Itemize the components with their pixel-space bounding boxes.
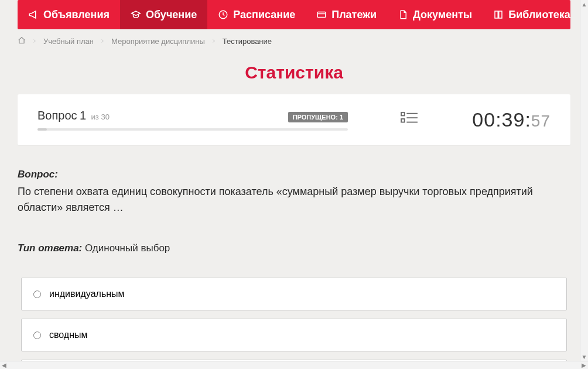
vertical-scrollbar[interactable]: ▲ ▼ — [580, 0, 588, 361]
scroll-down-icon[interactable]: ▼ — [580, 353, 589, 361]
question-label: Вопрос: — [18, 169, 570, 180]
progress-bar — [37, 128, 348, 131]
page-title: Статистика — [0, 63, 588, 83]
card-icon — [316, 9, 327, 20]
answer-type-label: Тип ответа: — [18, 242, 82, 254]
megaphone-icon — [28, 9, 39, 20]
clock-icon — [218, 9, 228, 20]
svg-rect-1 — [317, 12, 326, 18]
chevron-right-icon — [100, 37, 105, 46]
answer-type-value: Одиночный выбор — [85, 242, 170, 254]
nav-education[interactable]: Обучение — [120, 0, 207, 29]
timer-seconds: 57 — [531, 112, 551, 131]
question-body: Вопрос: По степени охвата единиц совокуп… — [18, 169, 570, 254]
scroll-left-icon[interactable]: ◀ — [0, 361, 8, 370]
total-prefix: из — [91, 112, 99, 121]
progress-fill — [37, 128, 47, 131]
nav-label: Платежи — [331, 9, 377, 21]
nav-schedule[interactable]: Расписание — [207, 0, 306, 29]
nav-label: Документы — [413, 9, 472, 21]
chevron-right-icon — [32, 37, 37, 46]
breadcrumb: Учебный план Мероприятие дисциплины Тест… — [18, 36, 570, 46]
answer-text: индивидуальным — [49, 289, 125, 299]
graduation-icon — [131, 9, 141, 20]
timer-main: 00:39: — [472, 108, 531, 131]
answer-option[interactable]: сводным — [21, 319, 567, 351]
nav-label: Объявления — [43, 9, 110, 21]
nav-announcements[interactable]: Объявления — [18, 0, 120, 29]
nav-label: Библиотека — [508, 9, 570, 21]
answer-list: индивидуальным сводным — [21, 278, 567, 362]
question-total: 30 — [101, 112, 109, 121]
main-nav: Объявления Обучение Расписание Платежи Д… — [18, 0, 570, 29]
scroll-up-icon[interactable]: ▲ — [580, 0, 589, 8]
skipped-badge: ПРОПУЩЕНО: 1 — [288, 112, 348, 122]
radio-icon — [33, 332, 41, 339]
timer: 00:39:57 — [472, 108, 551, 131]
breadcrumb-link[interactable]: Учебный план — [43, 37, 94, 46]
question-number: 1 — [80, 109, 86, 122]
radio-icon — [33, 291, 41, 298]
answer-option[interactable]: индивидуальным — [21, 278, 567, 310]
nav-library[interactable]: Библиотека — [483, 0, 588, 29]
breadcrumb-current: Тестирование — [223, 37, 272, 46]
answer-text: сводным — [49, 330, 88, 340]
book-icon — [493, 9, 504, 20]
nav-label: Расписание — [233, 9, 295, 21]
document-icon — [398, 9, 408, 20]
horizontal-scrollbar[interactable]: ◀ ▶ — [0, 361, 588, 369]
question-list-button[interactable] — [401, 111, 418, 129]
home-icon[interactable] — [18, 36, 26, 46]
nav-payments[interactable]: Платежи — [306, 0, 387, 29]
svg-rect-2 — [401, 112, 405, 115]
svg-rect-3 — [401, 119, 405, 122]
question-text: По степени охвата единиц совокупности по… — [18, 184, 570, 216]
breadcrumb-link[interactable]: Мероприятие дисциплины — [111, 37, 205, 46]
nav-documents[interactable]: Документы — [387, 0, 483, 29]
scroll-right-icon[interactable]: ▶ — [580, 361, 588, 370]
chevron-right-icon — [211, 37, 217, 46]
status-card: Вопрос 1 из 30 ПРОПУЩЕНО: 1 — [18, 94, 570, 145]
nav-label: Обучение — [146, 9, 197, 21]
question-word: Вопрос — [37, 109, 77, 122]
